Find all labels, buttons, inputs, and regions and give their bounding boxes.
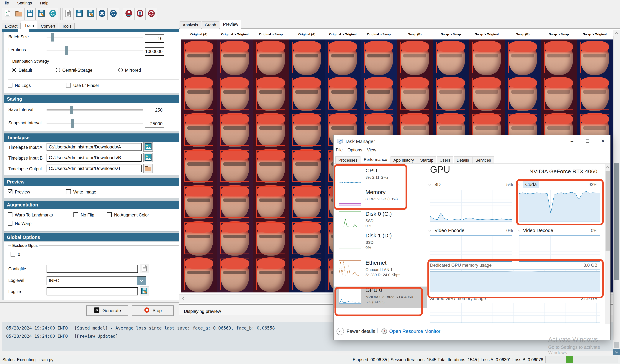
chevron-left-icon[interactable] — [182, 297, 186, 300]
video-encode-label[interactable]: Video Encode — [434, 228, 464, 233]
menu-item-settings[interactable]: Settings — [17, 1, 32, 6]
clear-config-button[interactable] — [96, 8, 108, 20]
no-logs-checkbox[interactable] — [8, 83, 13, 87]
close-button[interactable]: ✕ — [595, 135, 611, 147]
save-interval-slider-handle[interactable] — [70, 106, 73, 114]
stop-button[interactable]: Stop — [132, 306, 174, 316]
tm-menu-item-file[interactable]: File — [336, 147, 343, 153]
maximize-button[interactable]: ☐ — [580, 135, 595, 147]
fewer-details-icon[interactable] — [337, 328, 344, 335]
radio-mirrored[interactable] — [118, 68, 123, 72]
tm-scrollbar-thumb[interactable] — [605, 171, 610, 251]
chevron-down-icon[interactable] — [518, 183, 520, 186]
tm-tab-startup[interactable]: Startup — [417, 156, 436, 164]
video-decode-label[interactable]: Video Decode — [523, 228, 553, 233]
browse-images-button[interactable] — [143, 153, 153, 162]
save-interval-value[interactable]: 250 — [145, 106, 164, 114]
tm-sidebar-subtext: S: 280 R: 24.0 Kbps — [365, 273, 400, 277]
no-augment-color-checkbox[interactable] — [107, 212, 112, 217]
tm-menu-item-options[interactable]: Options — [347, 147, 362, 153]
save-project-as-button[interactable] — [36, 8, 47, 20]
tab-train[interactable]: Train — [21, 21, 37, 30]
tm-sidebar-cpu[interactable]: CPU8% 2.11 GHz — [334, 167, 427, 188]
menu-item-help[interactable]: Help — [40, 1, 48, 6]
iterations-slider[interactable] — [46, 50, 143, 51]
tm-tab-users[interactable]: Users — [437, 156, 453, 164]
scroll-up-button[interactable] — [613, 30, 620, 36]
save-config-button[interactable] — [74, 8, 85, 20]
write-image-checkbox[interactable] — [66, 189, 71, 194]
save-project-button[interactable] — [25, 8, 36, 20]
gpu-3d-label[interactable]: 3D — [434, 182, 441, 187]
minimize-button[interactable]: – — [564, 135, 580, 147]
radio-default[interactable] — [12, 68, 16, 72]
no-warp-checkbox[interactable] — [8, 221, 13, 226]
new-project-button[interactable] — [2, 8, 13, 20]
tab-extract[interactable]: Extract — [2, 23, 21, 30]
browse-images-button[interactable] — [143, 142, 153, 152]
no-flip-checkbox[interactable] — [74, 212, 78, 217]
profile-button[interactable] — [123, 8, 134, 20]
iterations-slider-handle[interactable] — [65, 46, 68, 55]
timelapse-input-b-field[interactable]: C:/Users/Administrator/Downloads/B — [46, 154, 141, 162]
display-tab-graph[interactable]: Graph — [202, 21, 219, 29]
batch-size-slider-handle[interactable] — [51, 33, 54, 42]
configfile-browse-button[interactable] — [140, 264, 149, 273]
exclude-gpu-0-checkbox[interactable] — [11, 252, 16, 257]
preview-face-cell — [541, 76, 577, 112]
browse-folder-button[interactable] — [143, 164, 153, 173]
new-config-button[interactable] — [62, 8, 74, 20]
snapshot-interval-slider[interactable] — [46, 123, 143, 124]
use-lr-finder-label: Use Lr Finder — [73, 83, 99, 88]
chevron-down-icon[interactable] — [518, 229, 520, 232]
tm-tab-processes[interactable]: Processes — [335, 156, 360, 164]
gpu-cuda-label[interactable]: Cuda — [523, 181, 539, 188]
configfile-field[interactable] — [46, 265, 138, 273]
generate-button[interactable]: Generate — [86, 306, 128, 316]
scrollbar-thumb[interactable] — [614, 163, 619, 280]
batch-size-slider[interactable] — [46, 37, 143, 38]
radio-central-storage[interactable] — [56, 68, 60, 72]
tab-convert[interactable]: Convert — [38, 23, 58, 30]
tm-tab-performance[interactable]: Performance — [361, 155, 390, 164]
swap-button[interactable] — [146, 8, 157, 20]
chevron-down-icon[interactable] — [429, 229, 431, 232]
reload-project-button[interactable] — [47, 8, 58, 20]
tm-sidebar-disk-1-d[interactable]: Disk 1 (D:)SSD0% — [334, 232, 427, 253]
snapshot-interval-value[interactable]: 25000 — [145, 120, 164, 128]
timelapse-input-a-field[interactable]: C:/Users/Administrator/Downloads/A — [46, 143, 141, 151]
loglevel-dropdown-button[interactable] — [137, 277, 146, 285]
menu-item-file[interactable]: File — [2, 1, 9, 6]
tab-tools[interactable]: Tools — [59, 23, 75, 30]
tm-menu-item-view[interactable]: View — [367, 147, 376, 153]
display-tab-preview[interactable]: Preview — [220, 20, 241, 29]
iterations-value[interactable]: 1000000 — [145, 47, 164, 56]
face-detection-box — [220, 259, 249, 291]
tm-sidebar-ethernet[interactable]: EthernetOnboard LAN 1S: 280 R: 24.0 Kbps — [334, 259, 427, 280]
logfile-save-button[interactable] — [140, 287, 149, 296]
reset-config-button[interactable] — [108, 8, 119, 20]
use-lr-finder-checkbox[interactable] — [66, 83, 71, 87]
tm-tab-details[interactable]: Details — [454, 156, 472, 164]
chevron-down-icon[interactable] — [429, 183, 431, 186]
tm-tab-services[interactable]: Services — [472, 156, 494, 164]
save-config-as-button[interactable] — [85, 8, 96, 20]
warp-to-landmarks-checkbox[interactable] — [8, 212, 13, 217]
tm-sidebar-disk-0-c[interactable]: Disk 0 (C:)SSD0% — [334, 210, 427, 232]
logfile-field[interactable] — [46, 287, 138, 295]
tm-tab-app-history[interactable]: App history — [390, 156, 417, 164]
tm-sidebar-memory[interactable]: Memory8.1/63.9 GB (13%) — [334, 189, 427, 210]
open-project-button[interactable] — [13, 8, 24, 20]
preview-checkbox[interactable] — [8, 189, 13, 194]
tm-scroll-up-button[interactable] — [605, 165, 610, 170]
loglevel-dropdown[interactable]: INFO — [46, 276, 146, 285]
save-interval-slider[interactable] — [46, 109, 143, 111]
fewer-details-button[interactable]: Fewer details — [347, 328, 375, 334]
timelapse-output-field[interactable]: C:/Users/Administrator/Downloads/T — [46, 165, 141, 172]
tm-sidebar-gpu-0[interactable]: GPU 0NVIDIA GeForce RTX 40605% (89 °C) — [334, 287, 427, 308]
batch-size-value[interactable]: 16 — [145, 34, 164, 43]
open-resource-monitor-link[interactable]: Open Resource Monitor — [389, 328, 440, 334]
output-button[interactable] — [135, 8, 146, 20]
display-tab-analysis[interactable]: Analysis — [180, 21, 201, 29]
snapshot-interval-slider-handle[interactable] — [71, 119, 74, 128]
